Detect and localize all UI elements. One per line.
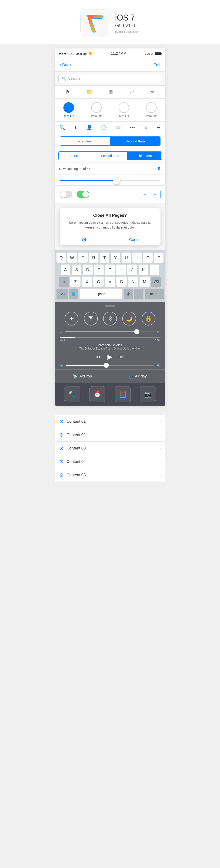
download-action-icon[interactable]: ⬆ xyxy=(157,166,161,172)
slider-track[interactable] xyxy=(60,180,160,181)
flag-icon[interactable]: ⚑ xyxy=(66,89,70,95)
cc-airplay-icon: 📺 xyxy=(129,374,133,379)
list-icon-4: ⊗ xyxy=(59,459,64,465)
alert-ok-button[interactable]: OK xyxy=(60,234,110,245)
key-a[interactable]: A xyxy=(61,265,70,275)
cc-fastforward-btn[interactable]: ⏭ xyxy=(119,354,124,360)
status-bar: Applidium 📶 11:27 AM 100 % xyxy=(55,49,165,59)
alert-content: Close All Pages? Lorem ipsum dolor sit a… xyxy=(60,208,160,234)
reply-icon[interactable]: ↩ xyxy=(130,89,134,95)
logo-text-group: iOS 7 GUI v1.0 by ◼◼◼ Applidium xyxy=(115,13,140,33)
cc-airplane-btn[interactable]: ✈ xyxy=(65,312,78,326)
key-period[interactable]: . xyxy=(134,288,143,299)
slider-thumb[interactable] xyxy=(113,177,120,184)
key-t[interactable]: T xyxy=(100,253,109,263)
key-p[interactable]: P xyxy=(154,253,163,263)
star-icon[interactable]: ☆ xyxy=(144,125,148,130)
key-q[interactable]: Q xyxy=(57,253,66,263)
key-at[interactable]: @ xyxy=(123,288,133,299)
stepper-plus[interactable]: + xyxy=(150,190,160,199)
key-num[interactable]: 123 xyxy=(57,288,68,299)
cc-brightness-track[interactable] xyxy=(65,332,154,332)
key-r[interactable]: R xyxy=(89,253,99,263)
cc-rotation-btn[interactable]: 🔒 xyxy=(142,312,155,326)
edit-button[interactable]: Edit xyxy=(153,63,160,67)
key-g[interactable]: G xyxy=(105,265,115,275)
list-item[interactable]: ⊗ Content 01 › xyxy=(55,415,165,428)
list-item[interactable]: ⊗ Content 05 › xyxy=(55,468,165,482)
cc-wifi-btn[interactable] xyxy=(84,312,98,326)
download-icon[interactable]: ⬇ xyxy=(74,125,78,130)
key-x[interactable]: X xyxy=(82,277,92,287)
book-icon[interactable]: 📖 xyxy=(115,125,121,130)
key-u[interactable]: U xyxy=(121,253,131,263)
cc-airplay-button[interactable]: 📺 AirPlay xyxy=(110,370,165,383)
key-e[interactable]: E xyxy=(78,253,88,263)
list-icon[interactable]: ☰ xyxy=(156,125,160,130)
key-k[interactable]: K xyxy=(139,265,148,275)
key-o[interactable]: O xyxy=(143,253,153,263)
clock-icon[interactable]: 🕐 xyxy=(101,125,107,130)
cc-volume-track[interactable] xyxy=(66,365,154,366)
cc-flashlight-btn[interactable]: 🔦 xyxy=(64,386,80,402)
logo-section: iOS 7 GUI v1.0 by ◼◼◼ Applidium xyxy=(0,0,220,44)
trash-icon[interactable]: 🗑 xyxy=(109,89,114,95)
cc-play-btn[interactable]: ▶ xyxy=(107,353,113,361)
cc-progress: 0:26 -4:00 xyxy=(60,336,160,342)
toggle-off[interactable] xyxy=(60,191,72,198)
cc-rewind-btn[interactable]: ⏮ xyxy=(96,354,101,360)
cc-timer-btn[interactable]: ⏰ xyxy=(89,386,105,402)
key-globe[interactable]: 🌐 xyxy=(69,288,78,299)
dots-icon[interactable]: ••• xyxy=(130,125,135,130)
seg2-btn-second[interactable]: Second Item xyxy=(93,152,127,160)
list-item[interactable]: ⊗ Content 02 › xyxy=(55,428,165,442)
key-h[interactable]: H xyxy=(116,265,126,275)
key-shift[interactable]: ⇧ xyxy=(59,277,69,287)
radio-item-3[interactable]: Item Off xyxy=(118,102,129,118)
seg2-btn-first[interactable]: First Item xyxy=(59,152,93,160)
cc-bluetooth-btn[interactable] xyxy=(103,312,117,326)
key-i[interactable]: I xyxy=(132,253,142,263)
key-c[interactable]: C xyxy=(94,277,104,287)
key-v[interactable]: V xyxy=(105,277,115,287)
compose-icon[interactable]: ✏ xyxy=(150,89,154,95)
cc-calculator-btn[interactable]: 🧮 xyxy=(115,386,131,402)
search-icon2[interactable]: 🔍 xyxy=(59,125,65,130)
key-l[interactable]: L xyxy=(150,265,159,275)
seg-wrap-1: First Item Second Item xyxy=(60,136,160,146)
key-backspace[interactable]: ⌫ xyxy=(151,277,161,287)
key-s[interactable]: S xyxy=(72,265,81,275)
key-f[interactable]: F xyxy=(94,265,104,275)
cc-donotdisturb-btn[interactable]: 🌙 xyxy=(122,312,136,326)
person-icon[interactable]: 👤 xyxy=(86,125,92,130)
cc-song-artist: The Dillinger Escape Plan - One of Us Is… xyxy=(60,347,160,350)
radio-item-2[interactable]: Item Off xyxy=(91,102,102,118)
cc-progress-track[interactable] xyxy=(60,337,160,338)
slider-fill xyxy=(60,180,115,181)
key-w[interactable]: W xyxy=(67,253,77,263)
key-j[interactable]: J xyxy=(127,265,137,275)
stepper-minus[interactable]: − xyxy=(140,190,150,199)
list-item[interactable]: ⊗ Content 04 › xyxy=(55,455,165,468)
cc-camera-btn[interactable]: 📷 xyxy=(140,386,156,402)
key-z[interactable]: Z xyxy=(70,277,80,287)
key-n[interactable]: N xyxy=(128,277,138,287)
alert-cancel-button[interactable]: Cancel xyxy=(110,234,160,245)
key-y[interactable]: Y xyxy=(111,253,120,263)
key-space[interactable]: space xyxy=(80,288,122,299)
toggle-on[interactable] xyxy=(77,191,89,198)
seg2-btn-third[interactable]: Third Item xyxy=(127,152,161,160)
cc-airdrop-button[interactable]: 📡 AirDrop xyxy=(55,370,110,383)
seg1-btn-second[interactable]: Second Item xyxy=(110,137,160,146)
folder-icon[interactable]: 📁 xyxy=(86,89,93,95)
radio-item-1[interactable]: Item On xyxy=(64,102,74,118)
key-m[interactable]: M xyxy=(140,277,150,287)
key-d[interactable]: D xyxy=(83,265,93,275)
radio-item-4[interactable]: Item Off xyxy=(146,102,156,118)
search-input-wrap[interactable]: 🔍 Search xyxy=(58,74,162,83)
list-item[interactable]: ⊗ Content 03 › xyxy=(55,442,165,455)
seg1-btn-first[interactable]: First Item xyxy=(60,137,110,146)
key-b[interactable]: B xyxy=(116,277,126,287)
key-return[interactable]: return xyxy=(145,288,164,299)
back-button[interactable]: ‹ Back xyxy=(60,63,72,68)
